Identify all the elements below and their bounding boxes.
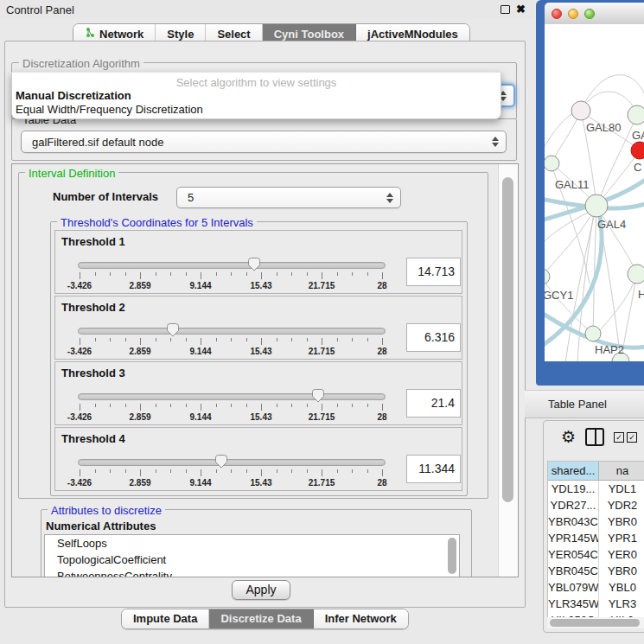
threshold-value-field[interactable]: 11.344 bbox=[406, 455, 461, 483]
tick-mark bbox=[80, 272, 80, 279]
column-manager-icon[interactable] bbox=[585, 428, 604, 446]
float-icon[interactable] bbox=[501, 5, 510, 14]
slider-handle[interactable] bbox=[311, 388, 325, 404]
settings-vertical-scrollbar[interactable] bbox=[498, 164, 518, 577]
slider-handle[interactable] bbox=[247, 257, 261, 272]
cell-name: YDL1 bbox=[599, 481, 644, 497]
tick-label: 28 bbox=[377, 412, 386, 422]
threshold-value-field[interactable]: 6.316 bbox=[406, 323, 461, 352]
threshold-slider-2[interactable]: -3.4262.8599.14415.4321.71528 bbox=[80, 325, 382, 356]
control-panel-title: Control Panel bbox=[6, 3, 74, 16]
tick-mark bbox=[125, 404, 126, 407]
threshold-label: Threshold 1 bbox=[61, 235, 125, 248]
tick-mark bbox=[367, 272, 368, 276]
threshold-label: Threshold 2 bbox=[61, 301, 125, 314]
slider-handle[interactable] bbox=[214, 454, 228, 469]
dropdown-item-manual-discretization[interactable]: Manual Discretization bbox=[16, 89, 131, 102]
numerical-attributes-list[interactable]: SelfLoopsTopologicalCoefficientBetweenne… bbox=[44, 534, 460, 577]
slider-track bbox=[78, 393, 386, 400]
column-header-name[interactable]: na bbox=[599, 462, 644, 480]
table-row[interactable]: YDL19...YDL1 bbox=[548, 481, 644, 497]
tick-mark bbox=[382, 338, 383, 345]
threshold-slider-4[interactable]: -3.4262.8599.14415.4321.71528 bbox=[80, 456, 382, 488]
table-row[interactable]: YER054CYER0 bbox=[548, 546, 644, 563]
numerical-attributes-label: Numerical Attributes bbox=[46, 520, 156, 532]
table-row[interactable]: YBR045CYBR0 bbox=[548, 563, 644, 579]
list-item-betweennesscentrality[interactable]: BetweennessCentrality bbox=[45, 568, 459, 577]
table-row[interactable]: YPR145WYPR1 bbox=[548, 530, 644, 546]
close-icon[interactable]: ✖ bbox=[516, 4, 526, 15]
number-of-intervals-combobox[interactable]: 5 bbox=[176, 187, 401, 208]
scrollbar-thumb[interactable] bbox=[550, 619, 640, 627]
dropdown-item-equal-width-frequency[interactable]: Equal Width/Frequency Discretization bbox=[16, 103, 203, 116]
network-node-top[interactable] bbox=[628, 105, 644, 124]
tick-mark bbox=[186, 404, 187, 407]
network-node-gal80[interactable] bbox=[571, 101, 590, 120]
tick-mark bbox=[261, 338, 262, 345]
tick-mark bbox=[291, 404, 292, 407]
node-attribute-table: shared... na YDL19...YDL1YDR27...YDR2YBR… bbox=[547, 461, 644, 617]
tab-style-label: Style bbox=[167, 28, 194, 41]
tick-mark bbox=[322, 469, 322, 476]
tick-mark bbox=[231, 338, 232, 341]
table-row[interactable]: YBR043CYBR0 bbox=[548, 513, 644, 530]
network-node-gcy1[interactable] bbox=[545, 269, 550, 284]
table-row[interactable]: YBL079WYBL0 bbox=[548, 579, 644, 596]
tick-label: 15.43 bbox=[250, 478, 271, 488]
tick-mark bbox=[246, 338, 247, 341]
threshold-value-field[interactable]: 14.713 bbox=[406, 258, 461, 286]
tab-network-label: Network bbox=[99, 28, 143, 41]
tick-mark bbox=[186, 338, 187, 341]
threshold-slider-3[interactable]: -3.4262.8599.14415.4321.71528 bbox=[80, 391, 382, 422]
tab-infer-network-label: Infer Network bbox=[325, 612, 397, 625]
tick-mark bbox=[246, 469, 247, 473]
threshold-slider-1[interactable]: -3.4262.8599.14415.4321.71528 bbox=[80, 259, 382, 290]
gear-icon[interactable]: ⚙ bbox=[561, 429, 576, 446]
list-scrollbar-thumb[interactable] bbox=[448, 538, 456, 574]
table-row[interactable]: YLR345WYLR3 bbox=[548, 596, 644, 612]
tab-impute-data[interactable]: Impute Data bbox=[122, 609, 209, 628]
tick-mark bbox=[140, 469, 141, 476]
node-label-hap2: HAP2 bbox=[595, 343, 624, 356]
tick-mark bbox=[337, 272, 338, 276]
table-row[interactable]: YDR27...YDR2 bbox=[548, 497, 644, 513]
tick-mark bbox=[156, 404, 156, 407]
table-horizontal-scrollbar[interactable] bbox=[547, 617, 644, 628]
network-window-titlebar[interactable] bbox=[545, 3, 644, 25]
tick-mark bbox=[201, 469, 201, 476]
network-node-gal4[interactable] bbox=[585, 194, 608, 217]
threshold-value-field[interactable]: 21.4 bbox=[406, 389, 461, 418]
cell-name: YBL0 bbox=[599, 579, 644, 596]
tab-infer-network[interactable]: Infer Network bbox=[314, 609, 408, 628]
minimize-window-icon[interactable] bbox=[568, 9, 578, 19]
list-item-topologicalcoefficient[interactable]: TopologicalCoefficient bbox=[45, 552, 459, 568]
network-node-gal11[interactable] bbox=[545, 156, 559, 171]
list-item-selfloops[interactable]: SelfLoops bbox=[45, 535, 459, 552]
tab-discretize-data[interactable]: Discretize Data bbox=[209, 609, 313, 628]
network-node-red[interactable] bbox=[631, 142, 644, 159]
cyni-bottom-tabs: Impute DataDiscretize DataInfer Network bbox=[121, 609, 409, 629]
tick-mark bbox=[261, 272, 262, 279]
network-canvas[interactable]: GAL80GACGAL11GAL4GCY1HHAP2 bbox=[545, 24, 644, 361]
network-node-h[interactable] bbox=[628, 265, 644, 284]
tick-mark bbox=[307, 338, 308, 341]
scrollbar-thumb[interactable] bbox=[502, 177, 513, 502]
threshold-panel-2: Threshold 2-3.4262.8599.14415.4321.71528… bbox=[54, 296, 462, 360]
tick-mark bbox=[125, 469, 126, 473]
tick-label: -3.426 bbox=[67, 478, 92, 488]
cell-shared-name: YBL079W bbox=[548, 579, 599, 596]
tick-label: 21.715 bbox=[309, 478, 335, 488]
tick-mark bbox=[352, 338, 353, 341]
table-data-combobox[interactable]: galFiltered.sif default node bbox=[21, 131, 507, 153]
close-window-icon[interactable] bbox=[552, 9, 562, 19]
slider-handle[interactable] bbox=[166, 322, 180, 338]
tick-label: 9.144 bbox=[189, 412, 211, 422]
tick-mark bbox=[201, 272, 201, 279]
tick-mark bbox=[95, 272, 96, 276]
tick-mark bbox=[80, 469, 80, 476]
network-node-hap2[interactable] bbox=[585, 326, 601, 341]
select-columns-icon[interactable]: ✓ ✓ bbox=[614, 432, 637, 443]
column-header-shared-name[interactable]: shared... bbox=[548, 462, 599, 480]
zoom-window-icon[interactable] bbox=[584, 9, 595, 19]
apply-button[interactable]: Apply bbox=[232, 580, 290, 600]
